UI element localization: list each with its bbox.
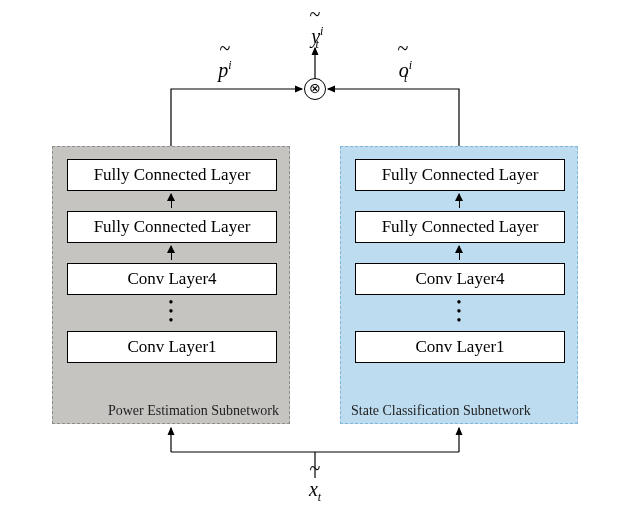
right-conv1: Conv Layer1: [355, 331, 565, 363]
p-label: ~ pi: [212, 58, 238, 82]
left-fc1: Fully Connected Layer: [67, 211, 277, 243]
right-caption: State Classification Subnetwork: [351, 403, 531, 419]
output-y-label: ~ yit: [300, 24, 330, 52]
state-classification-subnetwork: Fully Connected Layer Fully Connected La…: [340, 146, 578, 424]
power-estimation-subnetwork: Fully Connected Layer Fully Connected La…: [52, 146, 290, 424]
vertical-ellipsis-icon: •••: [67, 295, 275, 331]
o-label: ~ oit: [388, 58, 418, 86]
right-fc1: Fully Connected Layer: [355, 211, 565, 243]
vertical-ellipsis-icon: •••: [355, 295, 563, 331]
multiply-icon: ⊗: [309, 82, 321, 96]
right-fc2: Fully Connected Layer: [355, 159, 565, 191]
input-x-label: ~ xt: [302, 478, 328, 505]
left-caption: Power Estimation Subnetwork: [108, 403, 279, 419]
right-conv4: Conv Layer4: [355, 263, 565, 295]
left-fc2: Fully Connected Layer: [67, 159, 277, 191]
left-conv4: Conv Layer4: [67, 263, 277, 295]
multiply-node: ⊗: [304, 78, 326, 100]
left-conv1: Conv Layer1: [67, 331, 277, 363]
diagram-canvas: ~ yit ~ pi ~ oit ~ xt ⊗ Fully Connected …: [0, 0, 628, 520]
